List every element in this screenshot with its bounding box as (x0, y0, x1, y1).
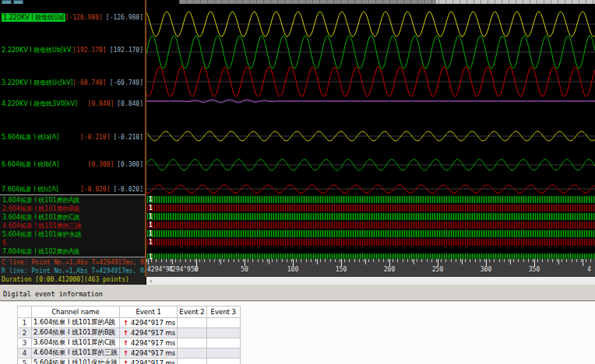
digital-channel-row-7[interactable]: 7.604拓泉 I 线102屏的A跳 (2, 248, 143, 256)
analog-channel-row-7[interactable]: 7.604拓泉 I 线Ic[A][-0.020][-0.020] (2, 185, 143, 194)
analog-channel-label: 6.604拓泉 I 线Ib[A] (2, 160, 59, 169)
event-channel-name: 2.604拓泉 I 线101屏的B跳 (32, 328, 120, 338)
digital-channel-row-3[interactable]: 3.604拓泉 I 线101屏的C跳 (2, 214, 143, 222)
analog-channel-row-3[interactable]: 3.220KV I 段母线Uc[kV][-60.740][-60.740] (2, 79, 143, 87)
digital-state-value: 1 (149, 213, 153, 220)
scroll-left-arrow-icon[interactable]: ‹ (150, 277, 153, 285)
digital-trace-3[interactable]: 1 (147, 213, 595, 220)
r-line-cursor-status: R line: Point No.=1,Abs T=4294917ms, Rel… (2, 268, 145, 275)
digital-event-table: Channel name Event 1 Event 2 Event 3 1 1… (17, 306, 241, 364)
digital-state-value: 1 (149, 254, 153, 259)
digital-state-value: 1 (149, 196, 153, 203)
header-event1: Event 1 (119, 306, 177, 318)
event-channel-name: 4.604拓泉 I 线101屏的三跳 (32, 348, 120, 359)
digital-event-panel: Digital event information Channel name E… (0, 285, 595, 364)
event-table-row[interactable]: 3 3.604拓泉 I 线101屏的C跳 ↑4294"917 ms (18, 338, 241, 348)
digital-channel-row-6[interactable]: 6. (2, 240, 143, 247)
time-axis-ruler[interactable]: 4294"91 4294"950 0 50 100 150 200 250 30… (146, 259, 595, 277)
axis-tick-label: 4 (587, 266, 591, 274)
analog-channel-label: 4.220KV I 段母线3V0[kV] (2, 100, 77, 108)
axis-tick-label: 250 (432, 266, 443, 274)
event-table-row[interactable]: 1 1.604拓泉 I 线101屏的A跳 ↑4294"917 ms (18, 318, 241, 328)
digital-state-value: 1 (149, 205, 153, 212)
header-event2: Event 2 (178, 306, 206, 318)
cursor-value: [192.170] (72, 46, 106, 54)
header-channel-name: Channel name (32, 306, 120, 318)
analog-channel-label: 3.220KV I 段母线Uc[kV] (2, 79, 72, 87)
header-event3: Event 3 (206, 306, 240, 318)
event-time: 4294"917 ms (131, 349, 175, 357)
event-channel-name: 3.604拓泉 I 线101屏的C跳 (32, 338, 120, 348)
axis-tick-label: 100 (287, 266, 298, 274)
ref-cursor-value: [-0.210] (113, 133, 143, 142)
cursor-value: [-0.020] (80, 185, 111, 194)
event-table-row[interactable]: 2 2.604拓泉 I 线101屏的B跳 ↑4294"917 ms (18, 328, 241, 338)
ref-cursor-value: [-60.740] (110, 79, 143, 87)
ref-cursor-value: [0.840] (117, 100, 143, 108)
header-num (18, 306, 32, 318)
digital-trace-6[interactable]: 1 (147, 239, 595, 246)
digital-trace-2[interactable]: 1 (147, 205, 595, 212)
event-time: 4294"917 ms (131, 319, 175, 327)
axis-tick-label: 50 (241, 266, 248, 274)
axis-tick-label: 150 (336, 266, 347, 274)
event-channel-name: 5.604拓泉 I 线101保护永跳 (32, 359, 120, 364)
c-line-cursor-status: C line: Point No.=1,Abs T=4294917ms, Rel… (2, 259, 145, 267)
digital-channel-row-4[interactable]: 4.604拓泉 I 线101屏的三跳 (2, 222, 143, 230)
analog-channel-row-4[interactable]: 4.220KV I 段母线3V0[kV][0.840][0.840] (2, 100, 143, 108)
event-channel-name: 1.604拓泉 I 线101屏的A跳 (32, 318, 120, 328)
horizontal-scrollbar[interactable]: ‹ (146, 277, 595, 285)
waveform-viewer: 1.220KV I 段母线Ua[kV][-126.980][-126.980] … (0, 0, 595, 285)
cursor-value: [0.300] (88, 160, 114, 169)
event-table-area: Channel name Event 1 Event 2 Event 3 1 1… (0, 302, 595, 364)
digital-trace-5[interactable]: 1 (147, 230, 595, 237)
duration-status: Duration [0:00.412000](463 points) (2, 276, 145, 284)
digital-trace-7[interactable]: 1 (147, 254, 595, 259)
ref-cursor-value: [0.300] (117, 160, 143, 169)
digital-trace-4[interactable]: 1 (147, 222, 595, 229)
cursor-value: [-0.210] (80, 133, 111, 142)
fault-recorder-analyzer-window: 1.220KV I 段母线Ua[kV][-126.980][-126.980] … (0, 0, 595, 364)
digital-trace-1[interactable]: 1 (147, 196, 595, 203)
trip-rising-arrow-icon: ↑ (123, 359, 129, 364)
axis-tick-label: 200 (384, 266, 395, 274)
analog-channel-label: 5.604拓泉 I 线Ia[A] (2, 133, 58, 142)
trip-rising-arrow-icon: ↑ (123, 329, 129, 337)
digital-channel-row-1[interactable]: 1.604拓泉 I 线101屏的A跳 (2, 197, 143, 205)
cursor-value: [0.840] (88, 100, 114, 108)
event-time: 4294"917 ms (131, 329, 175, 337)
event-table-row[interactable]: 4 4.604拓泉 I 线101屏的三跳 ↑4294"917 ms (18, 348, 241, 359)
waveform-plot-area[interactable]: 1 1 1 1 1 1 1 (146, 4, 595, 259)
event-time: 4294"917 ms (131, 359, 175, 364)
ref-cursor-value: [192.170] (110, 46, 143, 54)
digital-channel-row-2[interactable]: 2.604拓泉 I 线101屏的B跳 (2, 205, 143, 213)
axis-tick-label: 350 (529, 266, 540, 274)
analog-channel-row-5[interactable]: 5.604拓泉 I 线Ia[A][-0.210][-0.210] (2, 133, 143, 142)
ref-cursor-value: [-126.980] (106, 13, 143, 22)
trip-rising-arrow-icon: ↑ (123, 349, 129, 357)
event-table-header-row: Channel name Event 1 Event 2 Event 3 (18, 306, 241, 318)
digital-channel-label-block: 1.604拓泉 I 线101屏的A跳 2.604拓泉 I 线101屏的B跳 3.… (0, 194, 145, 257)
digital-event-panel-title: Digital event information (3, 290, 103, 298)
digital-state-value: 1 (149, 230, 153, 237)
analog-channel-row-6[interactable]: 6.604拓泉 I 线Ib[A][0.300][0.300] (2, 160, 143, 169)
cursor-value: [-60.740] (72, 79, 106, 87)
ref-cursor-value: [-0.020] (113, 185, 143, 194)
analog-channel-label: 7.604拓泉 I 线Ic[A] (2, 185, 58, 194)
medium-ticks (148, 259, 595, 264)
analog-waveform-svg (146, 4, 595, 195)
analog-channel-label: 1.220KV I 段母线Ua[kV] (2, 13, 65, 22)
axis-tick-label: 0 (195, 266, 199, 274)
event-table-row[interactable]: 5 5.604拓泉 I 线101保护永跳 ↑4294"917 ms (18, 359, 241, 364)
event-time: 4294"917 ms (131, 339, 175, 347)
analog-channel-row-2[interactable]: 2.220KV I 段母线Ub[kV][192.170][192.170] (2, 46, 143, 54)
axis-tick-label: 300 (481, 266, 491, 274)
trip-rising-arrow-icon: ↑ (123, 339, 129, 347)
cursor-value: [-126.980] (65, 13, 103, 22)
analog-channel-row-1[interactable]: 1.220KV I 段母线Ua[kV][-126.980][-126.980] (2, 13, 143, 22)
digital-channel-row-5[interactable]: 5.604拓泉 I 线101保护永跳 (2, 231, 143, 239)
trip-rising-arrow-icon: ↑ (123, 319, 129, 327)
channel-label-panel: 1.220KV I 段母线Ua[kV][-126.980][-126.980] … (0, 4, 145, 285)
digital-state-value: 1 (149, 222, 153, 229)
cursor-status-panel: C line: Point No.=1,Abs T=4294917ms, Rel… (0, 257, 145, 285)
